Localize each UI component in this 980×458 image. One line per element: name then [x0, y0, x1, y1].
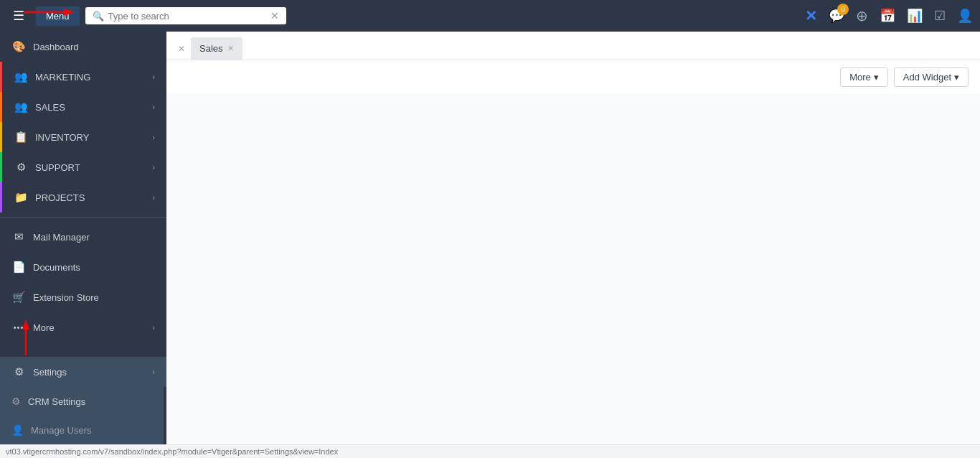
chat-icon[interactable]: 💬 0	[829, 8, 844, 24]
hamburger-menu[interactable]: ☰	[7, 5, 30, 27]
settings-up-arrow	[22, 319, 30, 355]
sidebar-item-projects[interactable]: 📁 PROJECTS ›	[0, 182, 166, 212]
add-widget-button[interactable]: Add Widget ▾	[894, 67, 969, 87]
extension-store-icon: 🛒	[11, 290, 26, 304]
sidebar-support-label: SUPPORT	[35, 162, 145, 173]
crm-settings-icon: ⚙	[11, 396, 21, 407]
inventory-icon: 📋	[14, 130, 28, 144]
support-icon: ⚙	[14, 160, 28, 174]
documents-icon: 📄	[11, 260, 26, 274]
sidebar-item-dashboard[interactable]: 🎨 Dashboard	[0, 32, 166, 62]
calendar-icon[interactable]: 📅	[880, 8, 895, 24]
dashboard-icon: 🎨	[11, 39, 26, 54]
content-tabs: ✕ Sales ✕	[166, 32, 980, 60]
user-icon[interactable]: 👤	[957, 8, 973, 24]
chart-icon[interactable]: 📊	[907, 8, 923, 24]
notification-badge: 0	[837, 4, 849, 15]
sidebar-sales-label: SALES	[35, 102, 145, 113]
submenu-crm-settings[interactable]: ⚙ CRM Settings	[0, 387, 164, 416]
settings-icon: ⚙	[11, 365, 26, 379]
sidebar-item-marketing[interactable]: 👥 MARKETING ›	[0, 62, 166, 92]
more-button[interactable]: More ▾	[840, 67, 888, 87]
sidebar-documents-label: Documents	[33, 262, 155, 273]
topbar-icons: ✕ 💬 0 ⊕ 📅 📊 ☑ 👤	[805, 7, 973, 24]
hamburger-icon: ☰	[13, 9, 24, 23]
inventory-chevron-icon: ›	[152, 133, 155, 141]
support-chevron-icon: ›	[152, 163, 155, 172]
sidebar-mail-label: Mail Manager	[33, 232, 155, 243]
manage-users-icon: 👤	[11, 424, 24, 436]
sidebar-item-support[interactable]: ⚙ SUPPORT ›	[0, 152, 166, 182]
projects-icon: 📁	[14, 190, 28, 205]
sidebar-marketing-label: MARKETING	[35, 72, 145, 83]
add-widget-dropdown-icon: ▾	[954, 72, 959, 83]
marketing-icon: 👥	[14, 70, 28, 84]
projects-chevron-icon: ›	[152, 193, 155, 202]
sidebar-item-sales[interactable]: 👥 SALES ›	[0, 92, 166, 122]
more-dropdown-icon: ▾	[874, 72, 879, 83]
sales-chevron-icon: ›	[152, 103, 155, 111]
status-url: vt03.vtigercrmhosting.com/v7/sandbox/ind…	[6, 447, 338, 456]
main-layout: 🎨 Dashboard 👥 MARKETING › 👥 SALES › 📋 IN…	[0, 32, 980, 444]
submenu-manage-users[interactable]: 👤 Manage Users	[0, 416, 164, 444]
tab-sales-label: Sales	[199, 43, 223, 54]
tab-sales-close[interactable]: ✕	[227, 44, 234, 53]
add-icon[interactable]: ⊕	[856, 7, 868, 24]
more-button-label: More	[849, 72, 871, 83]
hamburger-arrow	[24, 6, 75, 18]
crm-settings-label: CRM Settings	[28, 396, 85, 407]
sidebar-item-extension-store[interactable]: 🛒 Extension Store	[0, 282, 166, 312]
search-clear-icon[interactable]: ✕	[270, 10, 279, 22]
sidebar-inventory-label: INVENTORY	[35, 132, 145, 143]
search-icon: 🔍	[93, 11, 104, 22]
sidebar-settings-label: Settings	[33, 367, 145, 378]
sidebar: 🎨 Dashboard 👥 MARKETING › 👥 SALES › 📋 IN…	[0, 32, 166, 444]
tab-close-left[interactable]: ✕	[178, 44, 185, 54]
sidebar-dashboard-label: Dashboard	[33, 42, 155, 52]
add-widget-label: Add Widget	[903, 72, 951, 83]
sidebar-projects-label: PROJECTS	[35, 192, 145, 203]
manage-users-label: Manage Users	[31, 425, 92, 436]
content-toolbar: More ▾ Add Widget ▾	[166, 60, 980, 94]
mail-icon: ✉	[11, 230, 26, 244]
marketing-chevron-icon: ›	[152, 73, 155, 81]
topbar: ☰ Menu 🔍 ✕ ✕ 💬 0 ⊕ 📅 📊 ☑	[0, 0, 980, 32]
tab-sales[interactable]: Sales ✕	[191, 37, 242, 60]
svg-marker-1	[64, 9, 75, 16]
sidebar-item-documents[interactable]: 📄 Documents	[0, 252, 166, 282]
sidebar-item-inventory[interactable]: 📋 INVENTORY ›	[0, 122, 166, 152]
content-body	[166, 94, 980, 444]
sidebar-more-label: More	[33, 322, 145, 333]
svg-marker-3	[22, 319, 29, 330]
content-area: ✕ Sales ✕ More ▾ Add Widget ▾	[166, 32, 980, 444]
sidebar-extension-label: Extension Store	[33, 292, 155, 303]
sidebar-item-settings[interactable]: ⚙ Settings ›	[0, 357, 166, 387]
tasks-icon[interactable]: ☑	[934, 8, 946, 24]
statusbar: vt03.vtigercrmhosting.com/v7/sandbox/ind…	[0, 444, 980, 458]
search-bar: 🔍 ✕	[85, 7, 286, 24]
sales-icon: 👥	[14, 100, 28, 114]
settings-submenu: ⚙ CRM Settings 👤 Manage Users	[0, 387, 164, 444]
search-input[interactable]	[108, 11, 266, 22]
sidebar-item-mail-manager[interactable]: ✉ Mail Manager	[0, 222, 166, 252]
settings-chevron-icon: ›	[152, 368, 155, 376]
more-chevron-icon: ›	[152, 323, 155, 332]
vtiger-icon[interactable]: ✕	[805, 7, 817, 24]
